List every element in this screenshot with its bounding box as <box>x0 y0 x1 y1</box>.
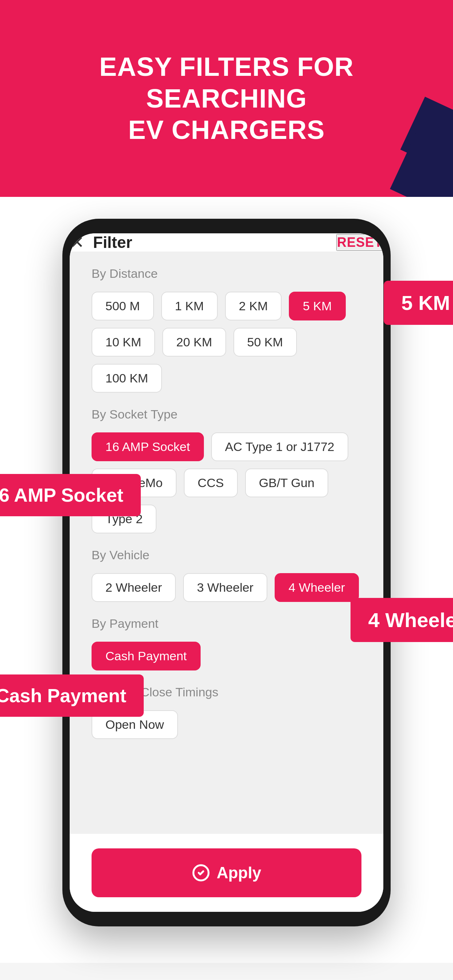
chip-cash[interactable]: Cash Payment <box>91 642 201 670</box>
header-section: EASY FILTERS FOR SEARCHING EV CHARGERS <box>0 0 453 197</box>
chip-50km[interactable]: 50 KM <box>233 328 297 356</box>
chip-5km[interactable]: 5 KM <box>289 292 345 320</box>
callout-16amp-badge: 16 AMP Socket <box>0 474 141 516</box>
socket-label: By Socket Type <box>91 407 362 422</box>
close-icon[interactable]: ✕ <box>70 234 84 251</box>
chip-20km[interactable]: 20 KM <box>162 328 226 356</box>
phone-notch <box>190 219 263 233</box>
apply-button-wrapper: Apply <box>70 834 383 912</box>
payment-chips-row: Cash Payment <box>91 642 362 670</box>
chip-3wheeler[interactable]: 3 Wheeler <box>183 573 267 602</box>
chip-500m[interactable]: 500 M <box>91 292 154 320</box>
chip-16amp[interactable]: 16 AMP Socket <box>91 433 204 461</box>
chip-gbt[interactable]: GB/T Gun <box>245 468 328 497</box>
callout-4wheeler-badge: 4 Wheeler <box>351 598 453 642</box>
chip-10km[interactable]: 10 KM <box>91 328 155 356</box>
filter-title: Filter <box>93 233 132 251</box>
payment-section: By Payment Cash Payment <box>91 617 362 670</box>
chip-4wheeler[interactable]: 4 Wheeler <box>274 573 359 602</box>
vehicle-section: By Vehicle 2 Wheeler 3 Wheeler 4 Wheeler <box>91 548 362 602</box>
reset-button[interactable]: RESET <box>336 234 383 251</box>
chip-actype1[interactable]: AC Type 1 or J1772 <box>211 433 348 461</box>
phone-frame: ✕ Filter RESET By Distance 500 M 1 KM 2 … <box>62 219 391 926</box>
distance-chips-row2: 10 KM 20 KM 50 KM 100 KM <box>91 328 362 393</box>
check-circle-icon <box>192 864 210 882</box>
chip-2km[interactable]: 2 KM <box>225 292 282 320</box>
chip-1km[interactable]: 1 KM <box>161 292 218 320</box>
socket-chips-row1: 16 AMP Socket AC Type 1 or J1772 <box>91 433 362 461</box>
filter-body: By Distance 500 M 1 KM 2 KM 5 KM 10 KM 2… <box>70 252 383 834</box>
payment-label: By Payment <box>91 617 362 631</box>
vehicle-chips-row: 2 Wheeler 3 Wheeler 4 Wheeler <box>91 573 362 602</box>
distance-chips-row1: 500 M 1 KM 2 KM 5 KM <box>91 292 362 320</box>
apply-button[interactable]: Apply <box>91 848 362 897</box>
chip-100km[interactable]: 100 KM <box>91 364 162 393</box>
chip-ccs[interactable]: CCS <box>184 468 238 497</box>
spacer <box>91 754 362 819</box>
phone-screen: ✕ Filter RESET By Distance 500 M 1 KM 2 … <box>70 233 383 912</box>
filter-header: ✕ Filter RESET <box>70 233 383 252</box>
callout-5km-badge: 5 KM <box>384 281 453 325</box>
header-title: EASY FILTERS FOR SEARCHING EV CHARGERS <box>0 51 453 145</box>
phone-container: 5 KM 16 AMP Socket 4 Wheeler Cash Paymen… <box>0 197 453 963</box>
distance-section: By Distance 500 M 1 KM 2 KM 5 KM 10 KM 2… <box>91 267 362 393</box>
chip-2wheeler[interactable]: 2 Wheeler <box>91 573 176 602</box>
distance-label: By Distance <box>91 267 362 281</box>
vehicle-label: By Vehicle <box>91 548 362 562</box>
callout-cash-badge: Cash Payment <box>0 675 144 717</box>
